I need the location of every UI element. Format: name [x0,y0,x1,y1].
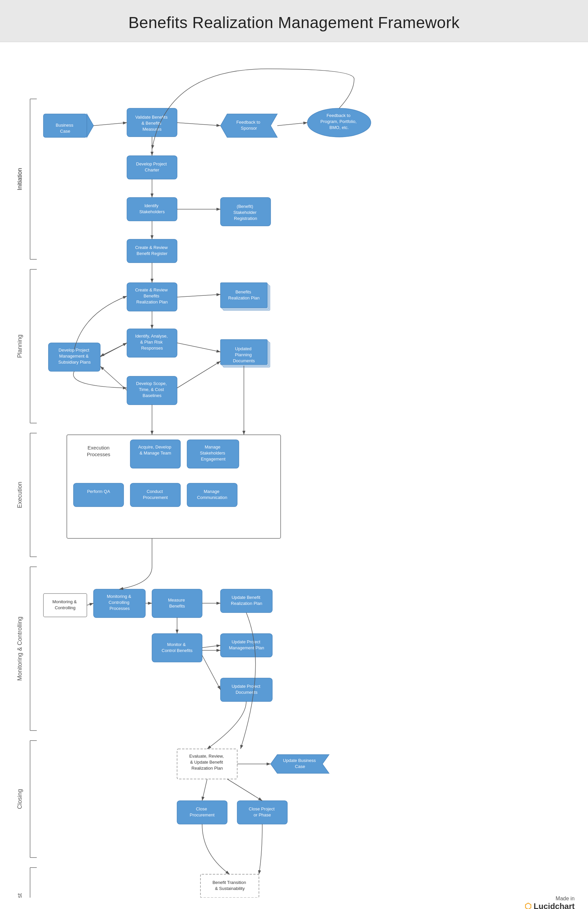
section-monitoring: Monitoring & Controlling [16,616,23,681]
node-update-business-case[interactable]: Update Business Case [271,755,329,773]
node-business-case[interactable]: Business Case [44,114,94,137]
node-identify-risk[interactable]: Identify, Analyse, & Plan Risk Responses [127,329,177,357]
section-execution: Execution [16,482,23,508]
node-updated-planning-docs[interactable]: Updated Planning Documents [221,340,270,367]
node-develop-scope[interactable]: Develop Scope, Time, & Cost Baselines [127,376,177,405]
node-feedback-sponsor[interactable]: Feedback to Sponsor [221,114,277,137]
page-title: Benefits Realization Management Framewor… [0,13,588,32]
svg-text:(Benefit)
          Stakeholde: (Benefit) Stakeholder Registration [233,204,258,221]
page-header: Benefits Realization Management Framewor… [0,0,588,42]
diagram-area: Initiation Initiation Planning Execution… [0,42,588,909]
node-feedback-program[interactable]: Feedback to Program, Portfolio, BMO, etc… [307,108,371,137]
node-conduct-procurement[interactable]: Conduct Procurement [130,483,180,506]
node-close-project[interactable]: Close Project or Phase [237,801,287,824]
node-update-pm-plan[interactable]: Update Project Management Plan [221,634,272,657]
node-create-benefit-register[interactable]: Create & Review Benefit Register [127,239,177,263]
svg-rect-61 [73,483,124,506]
node-develop-pm-plans[interactable]: Develop Project Management & Subsidiary … [48,343,100,371]
node-manage-stakeholders[interactable]: Manage Stakeholders Engagement [187,440,239,468]
node-benefit-stakeholder-reg[interactable]: (Benefit) Stakeholder Registration [221,197,271,226]
node-benefits-plan[interactable]: Benefits Realization Plan [221,283,270,311]
svg-text:Monitoring &
          Control: Monitoring & Controlling Processes [107,594,132,611]
svg-marker-22 [87,114,94,137]
node-benefit-transition[interactable]: Benefit Transition & Sustainability [200,874,259,898]
svg-text:Execution: Execution [87,445,110,451]
node-mc-processes[interactable]: Monitoring & Controlling Processes [94,589,145,618]
section-post: Post [16,893,23,898]
node-update-project-docs[interactable]: Update Project Documents [221,678,272,702]
section-planning: Planning [16,335,23,358]
node-monitoring-controlling[interactable]: Monitoring & Controlling [44,594,87,617]
node-evaluate-review[interactable]: Evaluate, Review, & Update Benefit Reali… [177,749,237,779]
node-close-procurement[interactable]: Close Procurement [177,801,227,824]
node-execution-processes[interactable]: Execution Processes [87,445,110,457]
svg-text:Processes: Processes [87,451,110,457]
node-update-benefit-plan[interactable]: Update Benefit Realization Plan [221,589,272,613]
node-create-benefits-plan[interactable]: Create & Review Benefits Realization Pla… [127,283,177,311]
made-in-text: Made in [556,896,575,902]
page: Benefits Realization Management Framewor… [0,0,588,909]
node-acquire-develop[interactable]: Acquire, Develop & Manage Team [130,440,180,468]
svg-text:Evaluate, Review,
          & : Evaluate, Review, & Update Benefit Reali… [189,754,225,771]
section-closing: Closing [16,789,23,809]
node-measure-benefits[interactable]: Measure Benefits [152,589,202,618]
diagram-svg: Initiation Initiation Planning Execution… [0,62,588,898]
node-identify-stakeholders[interactable]: Identify Stakeholders [127,197,177,221]
node-manage-communication[interactable]: Manage Communication [187,483,237,506]
node-validate-benefits[interactable]: Validate Benefits & Benefits Measures [127,108,177,137]
lucidchart-brand: ⬡ Lucidchart [525,902,575,909]
node-perform-qa[interactable]: Perform QA [73,483,124,506]
node-monitor-control-benefits[interactable]: Monitor & Control Benefits [152,634,202,662]
lucid-icon: ⬡ [525,902,531,909]
svg-text:Updated
          Planning
   : Updated Planning Documents [233,346,255,363]
lucidchart-logo: Made in ⬡ Lucidchart [525,896,575,909]
svg-text:Develop Project
          Mana: Develop Project Management & Subsidiary … [58,348,91,365]
svg-text:Initiation: Initiation [16,168,23,190]
svg-text:Perform QA: Perform QA [87,489,110,494]
node-develop-charter[interactable]: Develop Project Charter [127,156,177,179]
